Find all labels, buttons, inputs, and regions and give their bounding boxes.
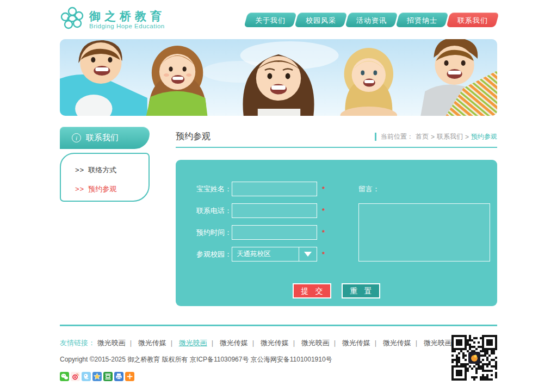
print-icon[interactable] (114, 372, 123, 381)
visit-time-input[interactable] (232, 225, 317, 240)
friend-links-label: 友情链接： (60, 339, 95, 347)
sidebar-item-visit-booking[interactable]: >>预约参观 (75, 184, 148, 194)
sidebar-item-contact-info[interactable]: >>联络方式 (75, 165, 148, 175)
phone-label: 联系电话： (196, 206, 232, 216)
booking-form: 宝宝姓名： * 联系电话： * 预约时间： * (176, 160, 497, 306)
sidebar-title: i 联系我们 (60, 127, 150, 149)
reset-button[interactable]: 重 置 (342, 283, 380, 298)
nav-item-about[interactable]: 关于我们 (246, 13, 295, 27)
baby-name-label: 宝宝姓名： (196, 184, 232, 194)
breadcrumb-home-link[interactable]: 首页 (416, 132, 429, 141)
douban-icon[interactable] (103, 372, 113, 381)
copyright-text: Copyright ©2015-2025 御之桥教育 版权所有 京ICP备110… (60, 355, 497, 364)
site-footer: 友情链接： 微光映画| 微光传媒| 微光映画| 微光传媒| 微光传媒| 微光映画… (60, 326, 497, 391)
brand-tagline: Bridging Hope Education (89, 23, 165, 29)
campus-selected-value: 天通苑校区 (232, 250, 271, 259)
weibo-icon[interactable] (71, 372, 80, 381)
nav-item-jobs[interactable]: 招贤纳士 (398, 13, 447, 27)
share-bar (60, 372, 497, 381)
breadcrumb-accent-bar (375, 133, 376, 141)
nav-item-contact[interactable]: 联系我们 (448, 13, 497, 27)
friend-link[interactable]: 微光传媒 (220, 339, 248, 347)
chevron-down-icon (304, 252, 312, 257)
info-icon: i (72, 133, 81, 142)
tencent-weibo-icon[interactable] (82, 372, 91, 381)
sidebar-menu: >>联络方式 >>预约参观 (60, 153, 150, 202)
campus-select[interactable]: 天通苑校区 (232, 247, 317, 262)
hero-banner-image (60, 39, 497, 116)
breadcrumb-section-link[interactable]: 联系我们 (437, 132, 463, 141)
select-dropdown-button[interactable] (299, 247, 317, 261)
required-asterisk: * (322, 207, 325, 215)
baby-name-input[interactable] (232, 182, 317, 196)
logo-flower-icon (60, 6, 85, 33)
required-asterisk: * (322, 185, 325, 193)
more-share-icon[interactable] (125, 372, 134, 381)
nav-item-news[interactable]: 活动资讯 (347, 13, 396, 27)
qzone-icon[interactable] (92, 372, 102, 381)
required-asterisk: * (322, 250, 325, 258)
main-nav: 关于我们 校园风采 活动资讯 招贤纳士 联系我们 (244, 13, 497, 27)
nav-item-campus[interactable]: 校园风采 (296, 13, 345, 27)
main-content: 预约参观 当前位置： 首页 > 联系我们 > 预约参观 宝宝姓名： * (176, 127, 497, 306)
friend-link[interactable]: 微光传媒 (383, 339, 411, 347)
site-logo[interactable]: 御之桥教育 Bridging Hope Education (60, 6, 165, 33)
friend-link[interactable]: 微光传媒 (342, 339, 370, 347)
breadcrumb: 当前位置： 首页 > 联系我们 > 预约参观 (375, 132, 497, 141)
message-label: 留言： (358, 182, 490, 196)
sidebar: i 联系我们 >>联络方式 >>预约参观 (60, 127, 150, 202)
friend-link[interactable]: 微光映画 (424, 339, 452, 347)
breadcrumb-current: 预约参观 (471, 132, 497, 141)
friend-link-highlighted[interactable]: 微光映画 (179, 339, 207, 347)
wechat-icon[interactable] (60, 372, 69, 381)
brand-title: 御之桥教育 (89, 10, 165, 23)
phone-input[interactable] (232, 203, 317, 218)
page-title: 预约参观 (176, 131, 211, 142)
visit-time-label: 预约时间： (196, 228, 232, 238)
site-header: 御之桥教育 Bridging Hope Education 关于我们 校园风采 … (60, 0, 497, 39)
friend-link[interactable]: 微光传媒 (261, 339, 289, 347)
friend-link[interactable]: 微光映画 (301, 339, 330, 347)
friend-link[interactable]: 微光映画 (97, 339, 126, 347)
campus-label: 参观校园： (196, 250, 232, 259)
friend-links: 友情链接： 微光映画| 微光传媒| 微光映画| 微光传媒| 微光传媒| 微光映画… (60, 338, 497, 348)
friend-link[interactable]: 微光传媒 (138, 339, 166, 347)
submit-button[interactable]: 提 交 (293, 283, 331, 298)
qr-code (451, 335, 497, 381)
required-asterisk: * (322, 228, 325, 237)
message-textarea[interactable] (358, 203, 490, 262)
